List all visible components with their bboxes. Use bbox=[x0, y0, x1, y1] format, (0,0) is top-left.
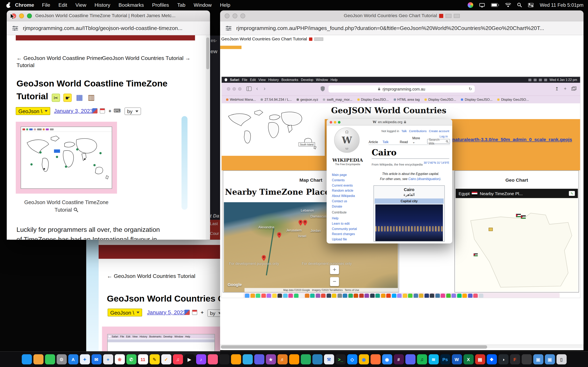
sidebar-link[interactable]: Random article bbox=[332, 189, 355, 192]
dock-app-icon[interactable]: ✆ bbox=[126, 354, 136, 365]
dock-app-icon[interactable]: ⌖ bbox=[103, 354, 113, 365]
bg-date-link[interactable]: January 5, 2023 bbox=[147, 309, 186, 315]
dock-app-icon[interactable]: 11 bbox=[138, 354, 148, 365]
recorder-icon[interactable] bbox=[468, 2, 474, 8]
dock-app-icon[interactable] bbox=[219, 354, 229, 365]
scissors-icon[interactable]: ✂ bbox=[52, 94, 60, 102]
geo-chart-map[interactable] bbox=[456, 198, 578, 291]
bg-author-select[interactable]: by bbox=[208, 309, 220, 317]
dock-app-icon[interactable] bbox=[312, 354, 322, 365]
wiki-top-link[interactable]: Talk bbox=[401, 130, 407, 133]
dock-app-icon[interactable]: ✉ bbox=[91, 354, 102, 365]
menu-item[interactable]: Edit bbox=[54, 2, 71, 8]
date-link[interactable]: January 3, 2023 bbox=[54, 108, 93, 114]
dock-app-icon[interactable] bbox=[289, 354, 299, 365]
popup-titlebar[interactable]: W en.wikipedia.org bbox=[327, 119, 452, 125]
coordinates-link[interactable]: 30°2′40″N 31°14′9″E bbox=[424, 161, 449, 165]
minimize-button[interactable] bbox=[19, 13, 24, 18]
dock-app-icon[interactable] bbox=[22, 354, 32, 365]
add-icon[interactable]: ＋ bbox=[107, 108, 112, 114]
sidebar-link[interactable]: Learn to edit bbox=[332, 222, 357, 225]
dock-app-icon[interactable] bbox=[301, 354, 311, 365]
dock-app-icon[interactable] bbox=[45, 354, 55, 365]
bg-calendar-icon[interactable] bbox=[192, 310, 197, 315]
post-thumbnail[interactable] bbox=[16, 122, 117, 194]
dock-app-icon[interactable]: ◑ bbox=[498, 354, 508, 365]
zoom-button[interactable] bbox=[27, 13, 32, 18]
menu-item[interactable]: History bbox=[90, 2, 114, 8]
menu-item[interactable]: File bbox=[38, 2, 54, 8]
menu-item[interactable]: View bbox=[71, 2, 90, 8]
tab-talk[interactable]: Talk bbox=[382, 140, 388, 144]
abacus-icon[interactable]: ▥ bbox=[87, 93, 95, 101]
dock-app-icon[interactable]: F bbox=[510, 354, 520, 365]
scrollbar-thumb[interactable] bbox=[221, 345, 487, 349]
dock-app-icon[interactable]: # bbox=[394, 354, 404, 365]
book-icon[interactable]: ▦ bbox=[75, 93, 84, 101]
address-bar[interactable]: rjmprogramming.com.au/ITblog/geojson-wor… bbox=[7, 21, 210, 35]
dock-app-icon[interactable]: >_ bbox=[336, 354, 346, 365]
dock-app-icon[interactable]: ✦ bbox=[80, 354, 90, 365]
dock-app-icon[interactable] bbox=[33, 354, 43, 365]
flag-marker-icon[interactable] bbox=[516, 214, 521, 217]
sidebar-link[interactable]: Help bbox=[332, 217, 357, 220]
map-pin[interactable] bbox=[303, 220, 307, 226]
dock-app-icon[interactable]: ♫ bbox=[417, 354, 427, 365]
author-select[interactable]: by bbox=[125, 108, 141, 115]
zoom-in-button[interactable]: + bbox=[330, 265, 339, 274]
dock-app-icon[interactable]: ✓ bbox=[161, 354, 171, 365]
url-text[interactable]: rjmprogramming.com.au/ITblog/geojson-wor… bbox=[23, 25, 182, 31]
search-icon[interactable] bbox=[446, 140, 449, 143]
menu-item[interactable]: Bookmarks bbox=[114, 2, 148, 8]
wiki-search-box[interactable]: Search Wik bbox=[427, 139, 450, 144]
sidebar-link[interactable]: Upload file bbox=[332, 237, 357, 241]
menu-item[interactable]: Tab bbox=[173, 2, 190, 8]
scrollbar-thumb[interactable] bbox=[206, 38, 209, 69]
dock-app-icon[interactable]: ▣ bbox=[545, 354, 555, 365]
dock-app-icon[interactable]: ♪ bbox=[196, 354, 206, 365]
dock-app-icon[interactable]: ▯ bbox=[556, 354, 567, 365]
sidebar-link[interactable]: Community portal bbox=[332, 227, 357, 231]
embedded-screenshot[interactable]: Safari FileEditViewHistoryBookmarksDevel… bbox=[221, 76, 581, 298]
control-center-icon[interactable] bbox=[528, 3, 534, 7]
disambiguation-link[interactable]: Cairo (disambiguation) bbox=[408, 177, 440, 181]
dock-app-icon[interactable] bbox=[231, 354, 241, 365]
bg-add-icon[interactable]: ＋ bbox=[199, 310, 205, 315]
translate-icon[interactable] bbox=[92, 108, 98, 114]
dock-app-icon[interactable]: X bbox=[463, 354, 474, 365]
dock-app-icon[interactable]: ≋ bbox=[428, 354, 439, 365]
dock-app-icon[interactable]: ❖ bbox=[486, 354, 497, 365]
sidebar-link[interactable]: Main page bbox=[332, 173, 355, 177]
dock-app-icon[interactable]: Ps bbox=[440, 354, 450, 365]
map-pin[interactable] bbox=[277, 232, 281, 238]
active-app-menu[interactable]: Chrome bbox=[11, 2, 38, 8]
tune-icon[interactable] bbox=[225, 25, 232, 31]
flag-marker-icon[interactable] bbox=[521, 215, 526, 219]
menu-item[interactable]: Window bbox=[190, 2, 216, 8]
dock-app-icon[interactable] bbox=[254, 354, 264, 365]
display-icon[interactable] bbox=[479, 3, 485, 7]
pointing-hand-icon[interactable]: ☛ bbox=[63, 94, 72, 102]
dock-app-icon[interactable] bbox=[405, 354, 415, 365]
wiki-top-link[interactable]: Create account bbox=[429, 130, 449, 133]
dock-app-icon[interactable]: W bbox=[452, 354, 462, 365]
sidebar-link[interactable]: Recent changes bbox=[332, 232, 357, 236]
zoom-out-button[interactable]: − bbox=[330, 277, 339, 286]
dock-app-icon[interactable]: ⚒ bbox=[324, 354, 334, 365]
dock-app-icon[interactable]: ✎ bbox=[149, 354, 160, 365]
wifi-icon[interactable] bbox=[505, 3, 511, 7]
dock-app-icon[interactable]: ♬ bbox=[277, 354, 287, 365]
dock-app-icon[interactable]: ▣ bbox=[533, 354, 543, 365]
wikipedia-wordmark[interactable]: WIKIPEDIA bbox=[327, 157, 369, 163]
bg-category-select[interactable]: GeoJson \ bbox=[108, 309, 142, 317]
dock-app-icon[interactable] bbox=[208, 354, 218, 365]
map-pin[interactable] bbox=[262, 255, 266, 261]
dock-app-icon[interactable] bbox=[242, 354, 252, 365]
wikipedia-globe-logo[interactable]: Ω W ω bbox=[334, 127, 360, 153]
category-select[interactable]: GeoJson \ bbox=[16, 107, 50, 115]
dock-app-icon[interactable]: ⚙ bbox=[56, 354, 67, 365]
sidebar-link[interactable]: Contact us bbox=[332, 199, 355, 203]
dock-app-icon[interactable] bbox=[521, 354, 532, 365]
wiki-top-link[interactable]: Contributions bbox=[409, 130, 427, 133]
edit-note-icon[interactable]: ✎ bbox=[569, 191, 575, 196]
